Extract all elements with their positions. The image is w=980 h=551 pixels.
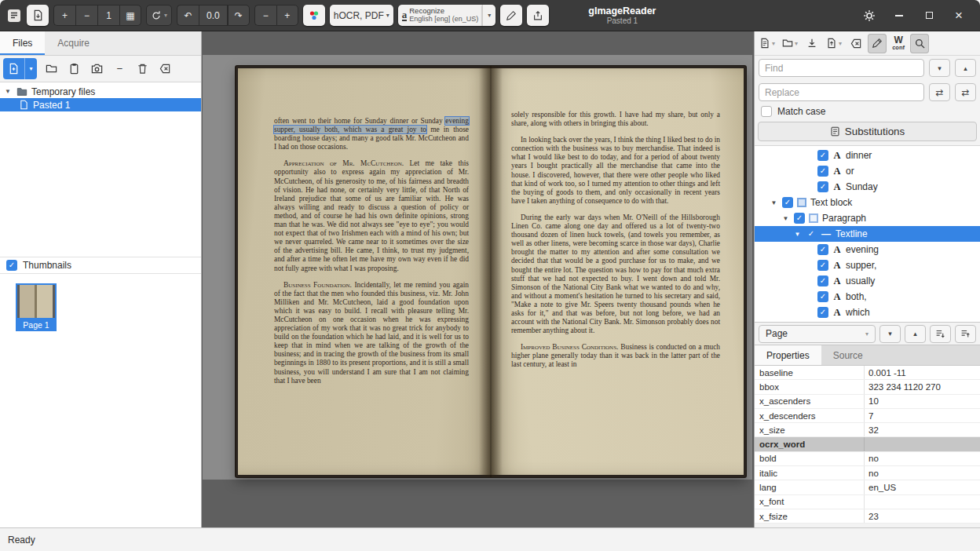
- property-row-x_size[interactable]: x_size32: [755, 423, 980, 437]
- hocr-item-both[interactable]: ✓Aboth,: [755, 289, 980, 305]
- image-controls-button[interactable]: [303, 5, 325, 26]
- tab-source[interactable]: Source: [821, 345, 875, 365]
- tab-acquire[interactable]: Acquire: [45, 31, 102, 55]
- close-button[interactable]: ×: [950, 7, 967, 24]
- insert-mode-dropdown[interactable]: ▾: [757, 34, 777, 53]
- spellcheck-edit-button[interactable]: [500, 5, 522, 26]
- tab-properties[interactable]: Properties: [755, 345, 821, 365]
- property-row-ocrx_word[interactable]: ocrx_word: [755, 437, 980, 451]
- visibility-checkbox[interactable]: ✓: [817, 181, 828, 192]
- visibility-checkbox[interactable]: ✓: [817, 150, 828, 161]
- hocr-item-textblock[interactable]: ▼✓Text block: [755, 195, 980, 210]
- visibility-checkbox[interactable]: ✓: [817, 307, 828, 318]
- hocr-item-dinner[interactable]: ✓Adinner: [755, 148, 980, 163]
- property-row-bbox[interactable]: bbox323 234 1120 270: [755, 380, 980, 394]
- recognize-button[interactable]: a Recognize English [eng] (en_US): [398, 5, 483, 26]
- find-replace-toggle[interactable]: [910, 34, 929, 53]
- screenshot-button[interactable]: [86, 58, 108, 79]
- replace-button[interactable]: ⇄: [929, 83, 950, 101]
- visibility-checkbox[interactable]: ✓: [794, 213, 805, 224]
- hocr-item-or[interactable]: ✓Aor: [755, 163, 980, 179]
- rotate-left-button[interactable]: ↶: [177, 5, 199, 26]
- tab-files[interactable]: Files: [0, 31, 45, 55]
- recognize-language-dropdown[interactable]: ▾: [482, 5, 495, 26]
- page-decrement-button[interactable]: −: [254, 5, 276, 26]
- book-image[interactable]: often went to their home for Sunday dinn…: [236, 66, 746, 477]
- hocr-item-evening[interactable]: ✓Aevening: [755, 242, 980, 257]
- word-confidence-toggle[interactable]: W conf: [889, 34, 908, 53]
- thumbnail-image[interactable]: [16, 283, 57, 319]
- hocr-item-which[interactable]: ✓Awhich: [755, 305, 980, 320]
- visibility-checkbox[interactable]: ✓: [817, 166, 828, 177]
- open-image-button[interactable]: [27, 5, 49, 26]
- zoom-in-button[interactable]: +: [53, 5, 75, 26]
- hocr-item-usually[interactable]: ✓Ausually: [755, 273, 980, 289]
- zoom-original-button[interactable]: 1: [97, 5, 119, 26]
- visibility-checkbox[interactable]: ✓: [817, 244, 828, 255]
- visibility-checkbox[interactable]: ✓: [806, 228, 817, 239]
- expand-all-button[interactable]: [930, 325, 951, 343]
- tree-item-pasted-1[interactable]: Pasted 1: [0, 98, 201, 111]
- property-row-x_fsize[interactable]: x_fsize23: [755, 509, 980, 524]
- expander-icon[interactable]: ▼: [781, 215, 790, 222]
- collapse-all-button[interactable]: [955, 325, 976, 343]
- zoom-out-button[interactable]: −: [75, 5, 97, 26]
- zoom-fit-button[interactable]: ▦: [119, 5, 141, 26]
- hocr-item-paragraph[interactable]: ▼✓Paragraph: [755, 210, 980, 226]
- hocr-item-textline[interactable]: ▼✓—Textline: [755, 226, 980, 242]
- page-combobox[interactable]: Page ▾: [759, 325, 876, 343]
- property-row-lang[interactable]: langen_US: [755, 480, 980, 494]
- visibility-checkbox[interactable]: ✓: [817, 260, 828, 271]
- rotation-angle-spinbox[interactable]: 0.0: [199, 5, 228, 26]
- property-row-bold[interactable]: boldno: [755, 452, 980, 466]
- ocr-mode-dropdown[interactable]: hOCR, PDF ▾: [330, 5, 393, 26]
- settings-gear-button[interactable]: [861, 7, 878, 24]
- export-button[interactable]: [527, 5, 549, 26]
- visibility-checkbox[interactable]: ✓: [817, 276, 828, 286]
- property-row-x_font[interactable]: x_font: [755, 495, 980, 509]
- add-images-dropdown[interactable]: ▾: [24, 58, 37, 79]
- thumbnail-page-1[interactable]: Page 1: [16, 283, 57, 331]
- remove-page-button[interactable]: −: [109, 58, 130, 79]
- preview-toggle-button[interactable]: [868, 34, 887, 53]
- export-hocr-dropdown[interactable]: ▾: [824, 34, 844, 53]
- page-increment-button[interactable]: +: [276, 5, 298, 26]
- clear-pages-button[interactable]: [155, 58, 176, 79]
- visibility-checkbox[interactable]: ✓: [817, 291, 828, 302]
- property-row-baseline[interactable]: baseline0.001 -11: [755, 366, 980, 380]
- hocr-item-supper[interactable]: ✓Asupper,: [755, 257, 980, 273]
- rotate-right-button[interactable]: ↷: [228, 5, 250, 26]
- maximize-button[interactable]: [920, 7, 938, 24]
- expander-icon[interactable]: ▼: [5, 88, 13, 95]
- expander-icon[interactable]: ▼: [770, 199, 778, 206]
- replace-input[interactable]: [759, 83, 924, 101]
- property-row-x_descenders[interactable]: x_descenders7: [755, 409, 980, 423]
- previous-page-button[interactable]: ▴: [905, 325, 926, 343]
- clear-output-button[interactable]: [847, 34, 865, 53]
- visibility-checkbox[interactable]: ✓: [782, 197, 793, 208]
- substitutions-button[interactable]: Substitutions: [758, 122, 977, 141]
- rotate-mode-dropdown[interactable]: ▾: [146, 5, 172, 26]
- replace-all-button[interactable]: ⇄: [955, 83, 976, 101]
- left-page-text: often went to their home for Sunday dinn…: [238, 68, 491, 475]
- match-case-checkbox[interactable]: [761, 106, 772, 117]
- scanned-photo[interactable]: often went to their home for Sunday dinn…: [203, 55, 752, 480]
- find-input[interactable]: [759, 59, 924, 77]
- expander-icon[interactable]: ▼: [793, 231, 802, 238]
- open-folder-button[interactable]: [41, 58, 62, 79]
- thumbnails-checkbox[interactable]: ✓: [6, 260, 17, 271]
- minimize-button[interactable]: [890, 7, 908, 24]
- find-previous-button[interactable]: ▴: [955, 59, 976, 77]
- delete-page-button[interactable]: [132, 58, 153, 79]
- add-images-split-button[interactable]: ▾: [3, 58, 37, 79]
- open-hocr-dropdown[interactable]: ▾: [780, 34, 800, 53]
- next-page-button[interactable]: ▾: [879, 325, 901, 343]
- tree-item-temporary-files[interactable]: ▼ Temporary files: [0, 85, 201, 98]
- property-row-italic[interactable]: italicno: [755, 466, 980, 480]
- image-canvas[interactable]: often went to their home for Sunday dinn…: [202, 31, 754, 527]
- property-row-x_ascenders[interactable]: x_ascenders10: [755, 395, 980, 409]
- find-next-button[interactable]: ▾: [929, 59, 950, 77]
- hocr-item-sunday[interactable]: ✓ASunday: [755, 179, 980, 195]
- paste-button[interactable]: [64, 58, 85, 79]
- save-hocr-button[interactable]: [803, 34, 821, 53]
